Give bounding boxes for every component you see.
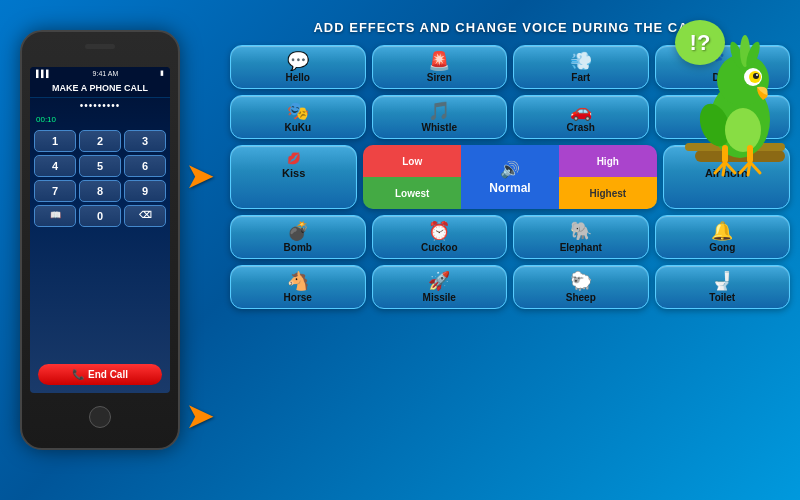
- vc-high[interactable]: High: [559, 145, 657, 177]
- btn-fart[interactable]: 💨 Fart: [513, 45, 649, 89]
- hello-icon: 💬: [287, 52, 309, 70]
- btn-sheep[interactable]: 🐑 Sheep: [513, 265, 649, 309]
- svg-point-12: [756, 74, 758, 76]
- hello-label: Hello: [286, 72, 310, 83]
- row-5: 🐴 Horse 🚀 Missile 🐑 Sheep 🚽 Toilet: [230, 265, 790, 309]
- phone-body: ▌▌▌ 9:41 AM ▮ MAKE A PHONE CALL ••••••••…: [20, 30, 180, 450]
- battery-icon: ▮: [160, 69, 164, 77]
- kuku-label: KuKu: [284, 122, 311, 133]
- key-6[interactable]: 6: [124, 155, 166, 177]
- fart-icon: 💨: [570, 52, 592, 70]
- svg-point-11: [753, 73, 759, 79]
- parrot-image: [685, 25, 795, 185]
- vc-lowest[interactable]: Lowest: [363, 177, 461, 209]
- vc-normal[interactable]: 🔊 Normal: [461, 145, 559, 209]
- btn-kuku[interactable]: 🎭 KuKu: [230, 95, 366, 139]
- end-call-button[interactable]: 📞 End Call: [38, 364, 162, 385]
- whistle-icon: 🎵: [428, 102, 450, 120]
- arrow-bottom: ➤: [185, 395, 215, 437]
- btn-cuckoo[interactable]: ⏰ Cuckoo: [372, 215, 508, 259]
- key-2[interactable]: 2: [79, 130, 121, 152]
- vc-highest[interactable]: Highest: [559, 177, 657, 209]
- fart-label: Fart: [571, 72, 590, 83]
- svg-rect-13: [722, 145, 728, 163]
- speaker-icon: 🔊: [500, 160, 520, 179]
- btn-hello[interactable]: 💬 Hello: [230, 45, 366, 89]
- key-0[interactable]: 0: [79, 205, 121, 227]
- gong-label: Gong: [709, 242, 735, 253]
- phone-title: MAKE A PHONE CALL: [30, 79, 170, 98]
- horse-icon: 🐴: [287, 272, 309, 290]
- btn-crash[interactable]: 🚗 Crash: [513, 95, 649, 139]
- whistle-label: Whistle: [421, 122, 457, 133]
- sheep-icon: 🐑: [570, 272, 592, 290]
- gong-icon: 🔔: [711, 222, 733, 240]
- key-1[interactable]: 1: [34, 130, 76, 152]
- kiss-icon: 💋: [287, 152, 301, 165]
- key-3[interactable]: 3: [124, 130, 166, 152]
- key-5[interactable]: 5: [79, 155, 121, 177]
- missile-label: Missile: [423, 292, 456, 303]
- end-call-label: End Call: [88, 369, 128, 380]
- phone-number: •••••••••: [30, 98, 170, 113]
- btn-missile[interactable]: 🚀 Missile: [372, 265, 508, 309]
- home-button[interactable]: [89, 406, 111, 428]
- svg-point-4: [725, 108, 761, 152]
- siren-icon: 🚨: [428, 52, 450, 70]
- kiss-label: Kiss: [282, 167, 305, 179]
- key-4[interactable]: 4: [34, 155, 76, 177]
- parrot-area: !?: [675, 5, 795, 185]
- phone-icon: 📞: [72, 369, 84, 380]
- signal-icon: ▌▌▌: [36, 70, 51, 77]
- horse-label: Horse: [284, 292, 312, 303]
- btn-bomb[interactable]: 💣 Bomb: [230, 215, 366, 259]
- call-timer: 00:10: [30, 113, 170, 126]
- svg-rect-14: [747, 145, 753, 163]
- key-book[interactable]: 📖: [34, 205, 76, 227]
- siren-label: Siren: [427, 72, 452, 83]
- elephant-icon: 🐘: [570, 222, 592, 240]
- bomb-icon: 💣: [287, 222, 309, 240]
- btn-gong[interactable]: 🔔 Gong: [655, 215, 791, 259]
- sheep-label: Sheep: [566, 292, 596, 303]
- status-bar: ▌▌▌ 9:41 AM ▮: [30, 67, 170, 79]
- btn-siren[interactable]: 🚨 Siren: [372, 45, 508, 89]
- btn-whistle[interactable]: 🎵 Whistle: [372, 95, 508, 139]
- phone-speaker: [85, 44, 115, 49]
- btn-elephant[interactable]: 🐘 Elephant: [513, 215, 649, 259]
- key-7[interactable]: 7: [34, 180, 76, 202]
- btn-toilet[interactable]: 🚽 Toilet: [655, 265, 791, 309]
- key-9[interactable]: 9: [124, 180, 166, 202]
- toilet-icon: 🚽: [711, 272, 733, 290]
- phone-keypad: 1 2 3 4 5 6 7 8 9 📖 0 ⌫: [30, 126, 170, 231]
- kuku-icon: 🎭: [287, 102, 309, 120]
- btn-horse[interactable]: 🐴 Horse: [230, 265, 366, 309]
- cuckoo-icon: ⏰: [428, 222, 450, 240]
- voice-changer-widget[interactable]: Low 🔊 Normal High Lowest Highest: [363, 145, 656, 209]
- btn-kiss[interactable]: 💋 Kiss: [230, 145, 357, 209]
- key-backspace[interactable]: ⌫: [124, 205, 166, 227]
- cuckoo-label: Cuckoo: [421, 242, 458, 253]
- bomb-label: Bomb: [284, 242, 312, 253]
- crash-label: Crash: [567, 122, 595, 133]
- elephant-label: Elephant: [560, 242, 602, 253]
- toilet-label: Toilet: [709, 292, 735, 303]
- key-8[interactable]: 8: [79, 180, 121, 202]
- crash-icon: 🚗: [570, 102, 592, 120]
- arrow-top: ➤: [185, 155, 215, 197]
- time-display: 9:41 AM: [93, 70, 119, 77]
- phone-mockup: ▌▌▌ 9:41 AM ▮ MAKE A PHONE CALL ••••••••…: [20, 30, 180, 450]
- vc-low[interactable]: Low: [363, 145, 461, 177]
- phone-screen: ▌▌▌ 9:41 AM ▮ MAKE A PHONE CALL ••••••••…: [30, 67, 170, 393]
- missile-icon: 🚀: [428, 272, 450, 290]
- row-4: 💣 Bomb ⏰ Cuckoo 🐘 Elephant 🔔 Gong: [230, 215, 790, 259]
